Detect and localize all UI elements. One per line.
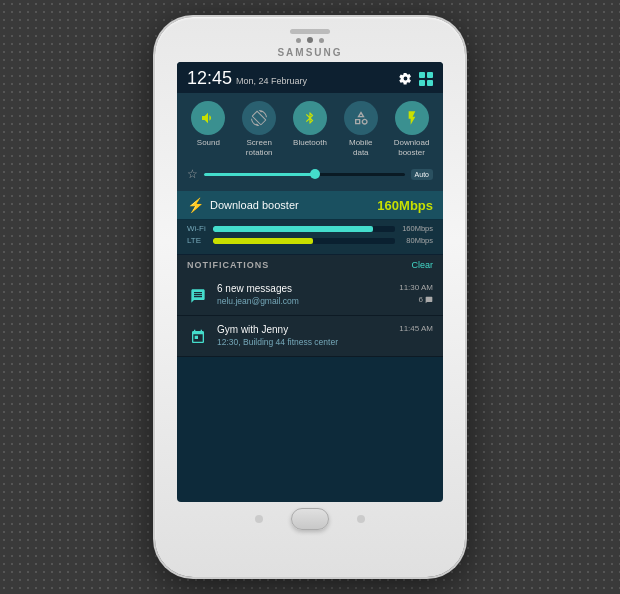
qs-mobile-data[interactable]: Mobiledata xyxy=(338,101,384,157)
message-meta: 11:30 AM 6 xyxy=(399,283,433,304)
grid-menu-icon[interactable] xyxy=(419,72,433,86)
phone-device: SAMSUNG 12:45 Mon, 24 February xyxy=(155,17,465,577)
status-icons xyxy=(397,71,433,87)
qs-rotation-label: Screenrotation xyxy=(246,138,273,157)
message-icon xyxy=(187,285,209,307)
qs-sound-icon xyxy=(191,101,225,135)
wifi-bar-track xyxy=(213,226,395,232)
notifications-header: NOTIFICATIONS Clear xyxy=(177,254,443,275)
brightness-slider[interactable] xyxy=(204,173,405,176)
phone-bottom-nav xyxy=(163,508,457,530)
brand-logo: SAMSUNG xyxy=(277,47,342,58)
message-body: 6 new messages nelu.jean@gmail.com xyxy=(217,283,391,306)
lte-bar-fill xyxy=(213,238,313,244)
lte-bar-track xyxy=(213,238,395,244)
back-button[interactable] xyxy=(255,515,263,523)
qs-bluetooth-icon xyxy=(293,101,327,135)
status-bar: 12:45 Mon, 24 February xyxy=(177,62,443,93)
calendar-time: 11:45 AM xyxy=(399,324,433,333)
wifi-bar-fill xyxy=(213,226,373,232)
wifi-label: Wi-Fi xyxy=(187,224,207,233)
message-detail: nelu.jean@gmail.com xyxy=(217,296,391,306)
qs-rotation-icon xyxy=(242,101,276,135)
status-left: 12:45 Mon, 24 February xyxy=(187,68,307,89)
download-speed: 160Mbps xyxy=(377,198,433,213)
brightness-thumb xyxy=(310,169,320,179)
wifi-speed: 160Mbps xyxy=(401,224,433,233)
qs-sound[interactable]: Sound xyxy=(185,101,231,157)
camera-dot xyxy=(296,38,301,43)
download-booster-label: Download booster xyxy=(210,199,299,211)
calendar-body: Gym with Jenny 12:30, Building 44 fitnes… xyxy=(217,324,391,347)
recent-button[interactable] xyxy=(357,515,365,523)
qs-mobile-data-icon xyxy=(344,101,378,135)
message-subject: 6 new messages xyxy=(217,283,391,294)
notification-calendar[interactable]: Gym with Jenny 12:30, Building 44 fitnes… xyxy=(177,316,443,357)
lte-row: LTE 80Mbps xyxy=(187,236,433,245)
auto-brightness-button[interactable]: Auto xyxy=(411,169,433,180)
notifications-title: NOTIFICATIONS xyxy=(187,260,269,270)
calendar-meta: 11:45 AM xyxy=(399,324,433,333)
download-booster-left: ⚡ Download booster xyxy=(187,197,299,213)
message-time: 11:30 AM xyxy=(399,283,433,292)
quick-settings-panel: Sound Screenrotation xyxy=(177,93,443,191)
phone-speaker xyxy=(290,29,330,34)
message-count: 6 xyxy=(419,295,433,304)
phone-screen: 12:45 Mon, 24 February xyxy=(177,62,443,502)
qs-sound-label: Sound xyxy=(197,138,220,148)
lte-speed: 80Mbps xyxy=(401,236,433,245)
wifi-row: Wi-Fi 160Mbps xyxy=(187,224,433,233)
download-booster-icon: ⚡ xyxy=(187,197,204,213)
download-booster-banner[interactable]: ⚡ Download booster 160Mbps xyxy=(177,191,443,220)
qs-download-booster-icon xyxy=(395,101,429,135)
calendar-icon xyxy=(187,326,209,348)
lte-label: LTE xyxy=(187,236,207,245)
qs-bluetooth-label: Bluetooth xyxy=(293,138,327,148)
qs-screen-rotation[interactable]: Screenrotation xyxy=(236,101,282,157)
date: Mon, 24 February xyxy=(236,74,307,87)
qs-bluetooth[interactable]: Bluetooth xyxy=(287,101,333,157)
settings-icon[interactable] xyxy=(397,71,413,87)
notification-messages[interactable]: 6 new messages nelu.jean@gmail.com 11:30… xyxy=(177,275,443,316)
brightness-icon: ☆ xyxy=(187,167,198,181)
qs-mobile-data-label: Mobiledata xyxy=(349,138,373,157)
clear-notifications-button[interactable]: Clear xyxy=(411,260,433,270)
quick-settings-row: Sound Screenrotation xyxy=(183,101,437,157)
network-bars: Wi-Fi 160Mbps LTE 80Mbps xyxy=(177,220,443,254)
calendar-subject: Gym with Jenny xyxy=(217,324,391,335)
front-camera xyxy=(307,37,313,43)
home-button[interactable] xyxy=(291,508,329,530)
brightness-fill xyxy=(204,173,314,176)
calendar-detail: 12:30, Building 44 fitness center xyxy=(217,337,391,347)
phone-top-bar: SAMSUNG xyxy=(163,27,457,62)
phone-cameras xyxy=(277,37,342,43)
qs-download-booster[interactable]: Downloadbooster xyxy=(389,101,435,157)
camera-dot-2 xyxy=(319,38,324,43)
clock: 12:45 xyxy=(187,68,232,89)
brightness-row: ☆ Auto xyxy=(183,165,437,185)
qs-download-booster-label: Downloadbooster xyxy=(394,138,430,157)
